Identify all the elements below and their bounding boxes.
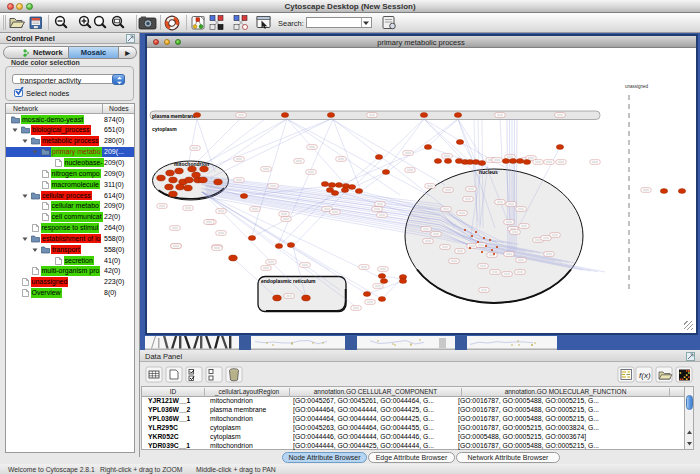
svg-text:cytoplasm: cytoplasm (152, 126, 177, 132)
svg-text:endoplasmic reticulum: endoplasmic reticulum (261, 278, 316, 284)
svg-text:unassigned: unassigned (625, 84, 649, 89)
svg-text:f(x): f(x) (639, 371, 651, 380)
svg-text:plasma membrane: plasma membrane (152, 113, 196, 119)
